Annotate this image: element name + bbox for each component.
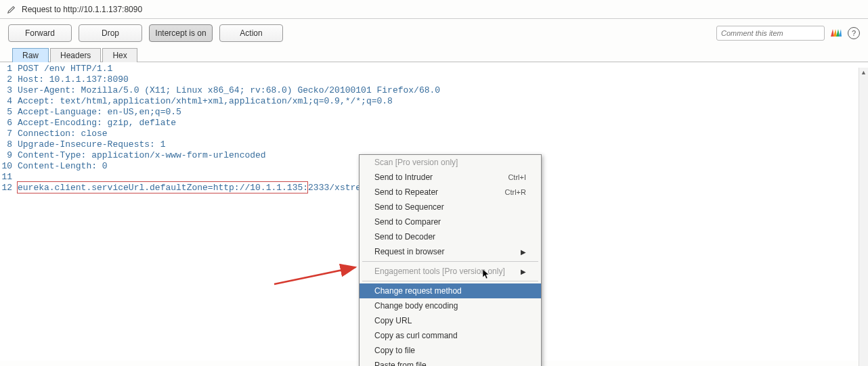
line-number: 3 — [0, 85, 15, 96]
menu-copy-file[interactable]: Copy to file — [360, 343, 541, 358]
code-line[interactable]: Connection: close — [15, 129, 868, 139]
highlight-icon[interactable] — [830, 27, 842, 39]
code-line[interactable]: Accept-Encoding: gzip, deflate — [15, 118, 868, 129]
line-number: 10 — [0, 161, 15, 172]
line-number: 5 — [0, 107, 15, 118]
line-number: 6 — [0, 118, 15, 129]
tab-headers[interactable]: Headers — [50, 48, 101, 62]
menu-request-browser[interactable]: Request in browser▶ — [360, 244, 541, 259]
tab-hex[interactable]: Hex — [102, 48, 137, 62]
menu-separator — [362, 261, 538, 262]
menu-send-intruder[interactable]: Send to IntruderCtrl+I — [360, 170, 541, 185]
request-title: Request to http://10.1.1.137:8090 — [22, 5, 142, 14]
scrollbar[interactable]: ▲ — [859, 68, 868, 366]
highlighted-line-box — [17, 181, 308, 193]
menu-copy-curl[interactable]: Copy as curl command — [360, 328, 541, 343]
menu-copy-url[interactable]: Copy URL — [360, 313, 541, 328]
line-number: 8 — [0, 139, 15, 150]
line-number: 12 — [0, 183, 15, 193]
line-number: 1 — [0, 64, 15, 74]
scroll-up-icon[interactable]: ▲ — [859, 68, 868, 77]
menu-send-comparer[interactable]: Send to Comparer — [360, 214, 541, 229]
menu-engagement: Engagement tools [Pro version only]▶ — [360, 264, 541, 279]
code-line[interactable]: Accept: text/html,application/xhtml+xml,… — [15, 96, 868, 107]
menu-paste-file[interactable]: Paste from file — [360, 358, 541, 366]
action-button[interactable]: Action — [219, 24, 283, 42]
line-number: 9 — [0, 150, 15, 161]
code-line[interactable]: User-Agent: Mozilla/5.0 (X11; Linux x86_… — [15, 85, 868, 96]
drop-button[interactable]: Drop — [79, 24, 142, 42]
help-icon[interactable]: ? — [848, 27, 860, 39]
code-line[interactable]: Accept-Language: en-US,en;q=0.5 — [15, 107, 868, 118]
line-number: 11 — [0, 172, 15, 183]
code-line[interactable]: Host: 10.1.1.137:8090 — [15, 74, 868, 85]
menu-change-body[interactable]: Change body encoding — [360, 298, 541, 313]
menu-send-repeater[interactable]: Send to RepeaterCtrl+R — [360, 185, 541, 200]
line-number: 7 — [0, 129, 15, 139]
comment-input[interactable] — [716, 26, 825, 41]
menu-change-method[interactable]: Change request method — [360, 283, 541, 298]
menu-send-decoder[interactable]: Send to Decoder — [360, 229, 541, 244]
line-number: 2 — [0, 74, 15, 85]
code-line[interactable]: Upgrade-Insecure-Requests: 1 — [15, 139, 868, 150]
menu-separator — [362, 281, 538, 281]
forward-button[interactable]: Forward — [8, 24, 72, 42]
edit-icon — [7, 5, 16, 14]
intercept-toggle[interactable]: Intercept is on — [149, 24, 213, 42]
code-line[interactable]: POST /env HTTP/1.1 — [15, 64, 868, 74]
menu-send-sequencer[interactable]: Send to Sequencer — [360, 200, 541, 214]
line-number: 4 — [0, 96, 15, 107]
context-menu: Scan [Pro version only] Send to Intruder… — [359, 154, 542, 366]
menu-scan: Scan [Pro version only] — [360, 155, 541, 170]
tab-raw[interactable]: Raw — [12, 48, 49, 62]
